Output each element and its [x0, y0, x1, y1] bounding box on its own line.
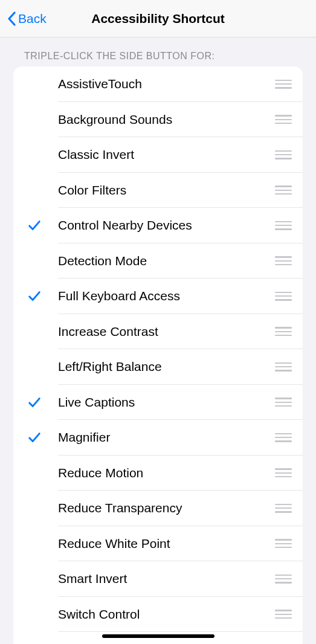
- drag-handle-icon[interactable]: [274, 468, 292, 477]
- row-label: Reduce Motion: [58, 466, 274, 480]
- drag-handle-icon[interactable]: [274, 150, 292, 159]
- list-item[interactable]: Reduce Motion: [13, 456, 303, 491]
- list-item[interactable]: Color Filters: [13, 173, 303, 208]
- row-label: Full Keyboard Access: [58, 289, 274, 303]
- list-item[interactable]: Left/Right Balance: [13, 349, 303, 385]
- row-label: Live Captions: [58, 395, 274, 410]
- page-title: Accessibility Shortcut: [0, 11, 316, 26]
- check-slot: [24, 289, 58, 303]
- list-item[interactable]: AssistiveTouch: [13, 66, 303, 102]
- check-slot: [24, 431, 58, 444]
- drag-handle-icon[interactable]: [274, 221, 292, 230]
- drag-handle-icon[interactable]: [274, 504, 292, 513]
- drag-handle-icon[interactable]: [274, 398, 292, 407]
- drag-handle-icon[interactable]: [274, 575, 292, 584]
- row-label: Color Filters: [58, 183, 274, 198]
- back-button[interactable]: Back: [0, 11, 47, 26]
- row-label: Increase Contrast: [58, 324, 274, 339]
- row-label: Detection Mode: [58, 254, 274, 268]
- navigation-bar: Back Accessibility Shortcut: [0, 0, 316, 37]
- list-item[interactable]: Voice Control: [13, 632, 303, 644]
- row-label: Classic Invert: [58, 147, 274, 162]
- list-item[interactable]: Background Sounds: [13, 102, 303, 138]
- section-header: TRIPLE-CLICK THE SIDE BUTTON FOR:: [0, 37, 316, 66]
- list-item[interactable]: Detection Mode: [13, 243, 303, 279]
- row-label: Background Sounds: [58, 112, 274, 127]
- drag-handle-icon[interactable]: [274, 256, 292, 265]
- home-indicator[interactable]: [102, 634, 214, 638]
- list-item[interactable]: Reduce Transparency: [13, 491, 303, 526]
- list-item[interactable]: Live Captions: [13, 385, 303, 420]
- list-item[interactable]: Control Nearby Devices: [13, 208, 303, 243]
- list-item[interactable]: Classic Invert: [13, 137, 303, 173]
- checkmark-icon: [28, 289, 41, 303]
- drag-handle-icon[interactable]: [274, 433, 292, 442]
- shortcut-list: AssistiveTouchBackground SoundsClassic I…: [13, 66, 303, 644]
- check-slot: [24, 396, 58, 409]
- chevron-left-icon: [7, 11, 16, 26]
- list-item[interactable]: Reduce White Point: [13, 526, 303, 562]
- drag-handle-icon[interactable]: [274, 362, 292, 372]
- drag-handle-icon[interactable]: [274, 115, 292, 124]
- list-item[interactable]: Full Keyboard Access: [13, 279, 303, 314]
- row-label: Magnifier: [58, 430, 274, 445]
- drag-handle-icon[interactable]: [274, 539, 292, 548]
- drag-handle-icon[interactable]: [274, 327, 292, 336]
- drag-handle-icon[interactable]: [274, 610, 292, 619]
- list-item[interactable]: Increase Contrast: [13, 314, 303, 350]
- row-label: Control Nearby Devices: [58, 218, 274, 233]
- checkmark-icon: [28, 431, 41, 444]
- row-label: Smart Invert: [58, 572, 274, 586]
- row-label: Reduce Transparency: [58, 501, 274, 515]
- row-label: Reduce White Point: [58, 536, 274, 551]
- checkmark-icon: [28, 396, 41, 409]
- back-label: Back: [18, 11, 47, 26]
- list-item[interactable]: Smart Invert: [13, 561, 303, 597]
- list-item[interactable]: Switch Control: [13, 597, 303, 633]
- row-label: Switch Control: [58, 607, 274, 622]
- drag-handle-icon[interactable]: [274, 80, 292, 89]
- checkmark-icon: [28, 219, 41, 232]
- row-label: Left/Right Balance: [58, 359, 274, 374]
- list-item[interactable]: Magnifier: [13, 420, 303, 456]
- check-slot: [24, 219, 58, 232]
- row-label: AssistiveTouch: [58, 77, 274, 91]
- drag-handle-icon[interactable]: [274, 185, 292, 195]
- drag-handle-icon[interactable]: [274, 292, 292, 301]
